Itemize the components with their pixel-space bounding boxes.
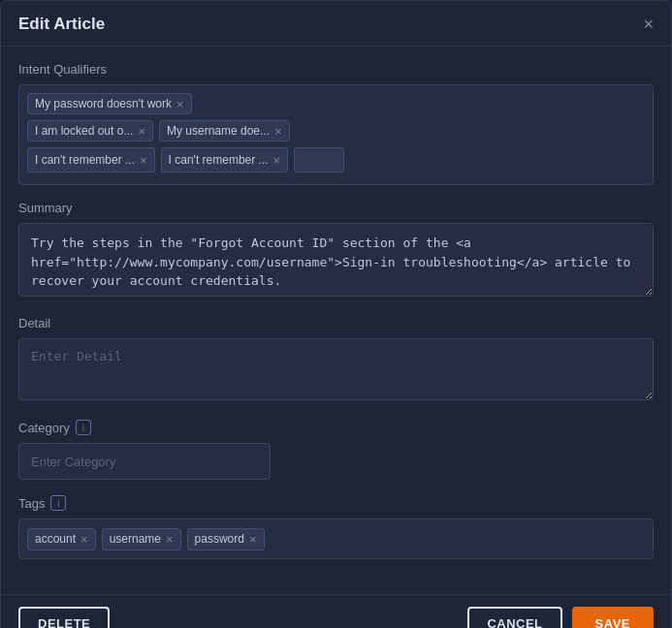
tags-section: Tags i account × username × password × xyxy=(18,495,654,559)
edit-article-modal: Edit Article × Intent Qualifiers My pass… xyxy=(0,0,672,628)
qualifier-chip-3: My username doe... × xyxy=(159,120,290,141)
modal-title: Edit Article xyxy=(18,15,105,34)
qualifier-new-input[interactable] xyxy=(294,147,344,173)
tag-account-remove[interactable]: × xyxy=(80,532,88,547)
close-button[interactable]: × xyxy=(643,16,654,33)
modal-body: Intent Qualifiers My password doesn't wo… xyxy=(1,47,671,590)
category-info-icon: i xyxy=(76,420,91,435)
save-button[interactable]: SAVE xyxy=(572,607,654,628)
qualifier-chip-2: I am locked out o... × xyxy=(27,120,153,141)
category-label-row: Category i xyxy=(18,420,654,435)
modal-footer: DELETE CANCEL SAVE xyxy=(1,594,671,628)
qualifier-chip-2-remove[interactable]: × xyxy=(138,125,145,138)
footer-right: CANCEL SAVE xyxy=(467,607,654,628)
tag-password-remove[interactable]: × xyxy=(249,532,257,547)
qualifier-chip-4-remove[interactable]: × xyxy=(140,154,147,167)
tags-label-row: Tags i xyxy=(18,495,654,511)
tag-username-remove[interactable]: × xyxy=(166,532,174,547)
qualifier-row-1: My password doesn't work × xyxy=(27,93,645,114)
tags-label: Tags xyxy=(18,496,45,511)
category-label: Category xyxy=(18,421,70,435)
qualifier-chip-3-remove[interactable]: × xyxy=(274,125,282,138)
intent-qualifiers-label: Intent Qualifiers xyxy=(18,62,654,77)
modal-header: Edit Article × xyxy=(1,1,671,47)
category-input[interactable] xyxy=(18,443,271,480)
qualifier-chip-1-remove[interactable]: × xyxy=(176,98,184,110)
tag-new-input[interactable] xyxy=(271,532,338,546)
detail-section: Detail xyxy=(18,316,654,404)
summary-label: Summary xyxy=(18,201,654,215)
qualifier-chip-4: I can't remember ... × xyxy=(27,147,155,173)
qualifier-box: My password doesn't work × I am locked o… xyxy=(18,84,654,185)
qualifier-row-2: I am locked out o... × My username doe..… xyxy=(27,120,645,141)
qualifier-chip-5-remove[interactable]: × xyxy=(273,154,281,167)
tag-pill-account: account × xyxy=(27,528,96,550)
summary-textarea[interactable]: Try the steps in the "Forgot Account ID"… xyxy=(18,223,654,297)
cancel-button[interactable]: CANCEL xyxy=(467,607,561,628)
tag-pill-username: username × xyxy=(102,528,181,550)
tags-box: account × username × password × xyxy=(18,518,654,559)
tag-pill-password: password × xyxy=(187,528,265,550)
qualifier-row-3: I can't remember ... × I can't remember … xyxy=(27,147,645,173)
detail-textarea[interactable] xyxy=(18,338,654,400)
detail-label: Detail xyxy=(18,316,654,330)
qualifier-chip-5: I can't remember ... × xyxy=(161,147,289,173)
delete-button[interactable]: DELETE xyxy=(18,607,110,628)
category-section: Category i xyxy=(18,420,654,480)
summary-section: Summary Try the steps in the "Forgot Acc… xyxy=(18,201,654,300)
qualifier-chip-1: My password doesn't work × xyxy=(27,93,192,114)
tags-info-icon: i xyxy=(50,495,66,511)
intent-qualifiers-section: Intent Qualifiers My password doesn't wo… xyxy=(18,62,654,185)
